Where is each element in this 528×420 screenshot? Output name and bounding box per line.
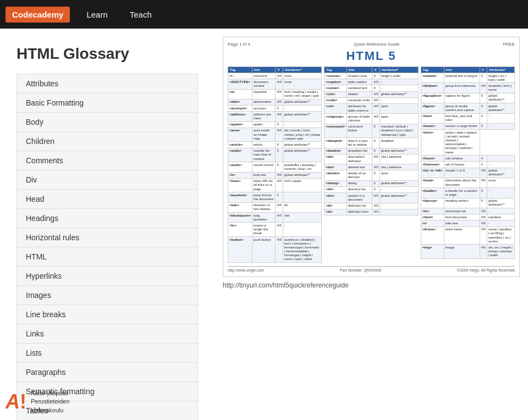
tag-cell: <div> bbox=[324, 193, 346, 203]
table-row: <del>deleted text4/5cite | datetime bbox=[324, 164, 418, 170]
ref-footer-left: http://www.veign.com bbox=[228, 268, 264, 272]
cell: cite | datetime bbox=[380, 154, 418, 164]
glossary-item-basic-formatting[interactable]: Basic Formatting bbox=[17, 93, 197, 113]
cell: - bbox=[487, 123, 515, 129]
table-row: <html>html document4/5manifest bbox=[421, 214, 514, 220]
cell: 4/5 bbox=[276, 99, 283, 105]
table-row: <audio>sound control5autobuffer | autopl… bbox=[228, 162, 322, 172]
ref-col-2: Tag Info V Attributes* <canvas>Graphic a… bbox=[324, 67, 418, 263]
cell: span bbox=[380, 114, 418, 124]
glossary-item-div[interactable]: Div bbox=[17, 170, 197, 190]
tag-cell: <!-- bbox=[228, 73, 252, 79]
glossary-item-comments[interactable]: Comments bbox=[17, 151, 197, 170]
cell: directory list bbox=[346, 186, 372, 192]
col2-th-v: V bbox=[372, 67, 380, 73]
glossary-item-paragraphs[interactable]: Paragraphs bbox=[17, 363, 197, 382]
cell: 4/5 bbox=[480, 220, 487, 226]
cell: global attributes** bbox=[487, 198, 515, 208]
table-row: <head>information about the document4/5n… bbox=[421, 178, 514, 187]
cell: section in a document bbox=[346, 193, 372, 203]
cell: - bbox=[283, 121, 322, 128]
glossary-item-line-breaks[interactable]: Line breaks bbox=[17, 305, 197, 324]
table-row: <hr>horizontal rule4/5- bbox=[421, 208, 514, 214]
cell: bold text bbox=[252, 172, 276, 178]
cell: section or page footer bbox=[444, 123, 480, 129]
aalto-line1: Aalto-yliopisto bbox=[31, 389, 69, 397]
cell: global attributes** bbox=[487, 103, 515, 113]
ref-main-title: HTML 5 bbox=[228, 49, 515, 63]
cell: 4/5 bbox=[372, 164, 380, 170]
glossary-item-html[interactable]: HTML bbox=[17, 247, 197, 267]
glossary-item-links[interactable]: Links bbox=[17, 324, 197, 344]
tag-cell: <fieldset> bbox=[421, 83, 444, 93]
cell: data in a tree, list or tabular bbox=[346, 138, 372, 148]
tag-cell: <colgroup> bbox=[324, 114, 346, 124]
cell: html document bbox=[444, 214, 480, 220]
codecademy-logo[interactable]: Codecademy bbox=[6, 7, 70, 23]
ref-table-1: Tag Info V Attributes* <!--comment4/5non… bbox=[228, 67, 322, 263]
cell: 5 bbox=[372, 180, 380, 186]
table-row: <acronym>acronym4- bbox=[228, 106, 322, 112]
table-row: <code>computer code4/5- bbox=[324, 97, 418, 103]
table-row: <dl>definition list4/5- bbox=[324, 203, 418, 209]
glossary-item-head[interactable]: Head bbox=[17, 190, 197, 209]
cell: 4/5 bbox=[276, 112, 283, 121]
cell: height | width bbox=[380, 73, 418, 79]
cell: definition list bbox=[346, 203, 372, 209]
glossary-item-images[interactable]: Images bbox=[17, 286, 197, 305]
cell: 5 bbox=[480, 103, 487, 113]
cell: 4/5 bbox=[276, 128, 283, 142]
aalto-exclaim: ! bbox=[20, 392, 26, 412]
cell: 4/5 bbox=[480, 178, 487, 187]
cell: area inside an image map bbox=[252, 128, 276, 142]
cell: 4 bbox=[480, 162, 487, 168]
cell: base URL for all links on a page bbox=[252, 178, 276, 192]
table-row: <frameset>set of frames4- bbox=[421, 162, 514, 168]
glossary-item-attributes[interactable]: Attributes bbox=[17, 74, 197, 93]
cell: 5 bbox=[372, 138, 380, 148]
cell: inserts a single line break bbox=[252, 223, 276, 237]
nav-learn-link[interactable]: Learn bbox=[75, 10, 118, 19]
tag-cell: <command> bbox=[324, 124, 346, 138]
cell: dialog bbox=[346, 180, 372, 186]
cell: 5 bbox=[480, 123, 487, 129]
tag-cell: <a> bbox=[228, 89, 252, 99]
tag-cell: <font> bbox=[421, 113, 444, 123]
glossary-item-body[interactable]: Body bbox=[17, 113, 197, 132]
cell: 4/5 bbox=[372, 114, 380, 124]
glossary-item-lists[interactable]: Lists bbox=[17, 344, 197, 363]
glossary-item-hyperlinks[interactable]: Hyperlinks bbox=[17, 267, 197, 286]
cell: 4/5 bbox=[480, 83, 487, 93]
cell: 4 bbox=[276, 106, 283, 112]
cell: description/ definition bbox=[346, 154, 372, 164]
cell: Graphic area bbox=[346, 73, 372, 79]
table-row: <button>push button4/5autofocus | disabl… bbox=[228, 237, 322, 263]
table-row: <basefont>base font for the document4- bbox=[228, 192, 322, 202]
cell: - bbox=[283, 223, 322, 237]
tag-cell: <center> bbox=[324, 85, 346, 91]
table-row: <datagrid>data in a tree, list or tabula… bbox=[324, 138, 418, 148]
table-row: <details>details of an element5open bbox=[324, 170, 418, 180]
reference-guide: Page 1 of 4 Quick Reference Guide FREE H… bbox=[223, 37, 520, 277]
cell: 4 bbox=[276, 121, 283, 128]
cell: 4/5 bbox=[372, 209, 380, 215]
cell: - bbox=[487, 208, 515, 214]
aalto-text: Aalto-yliopisto Perustieteiden korkeakou… bbox=[31, 389, 69, 415]
glossary-item-horizontal-rules[interactable]: Horizontal rules bbox=[17, 228, 197, 247]
cell: applet bbox=[252, 121, 276, 128]
table-row: <br>inserts a single line break4/5- bbox=[228, 223, 322, 237]
tag-cell: <h1> to <h6> bbox=[421, 168, 444, 178]
cell: 4/5 bbox=[480, 214, 487, 220]
glossary-item-children[interactable]: Children bbox=[17, 132, 197, 151]
cell: heading section bbox=[444, 198, 480, 208]
nav-teach-link[interactable]: Teach bbox=[119, 10, 163, 19]
tag-cell: <dt> bbox=[324, 209, 346, 215]
tag-cell: <i> bbox=[421, 220, 444, 226]
cell: global attributes** bbox=[283, 172, 322, 178]
glossary-item-headings[interactable]: Headings bbox=[17, 209, 197, 228]
table-row: <area>area inside an image map4/5alt | c… bbox=[228, 128, 322, 142]
tag-cell: <blockquote> bbox=[228, 213, 252, 223]
top-navigation: Codecademy Learn Teach bbox=[0, 0, 528, 29]
tag-cell: <acronym> bbox=[228, 106, 252, 112]
cell: 4/5 bbox=[276, 223, 283, 237]
